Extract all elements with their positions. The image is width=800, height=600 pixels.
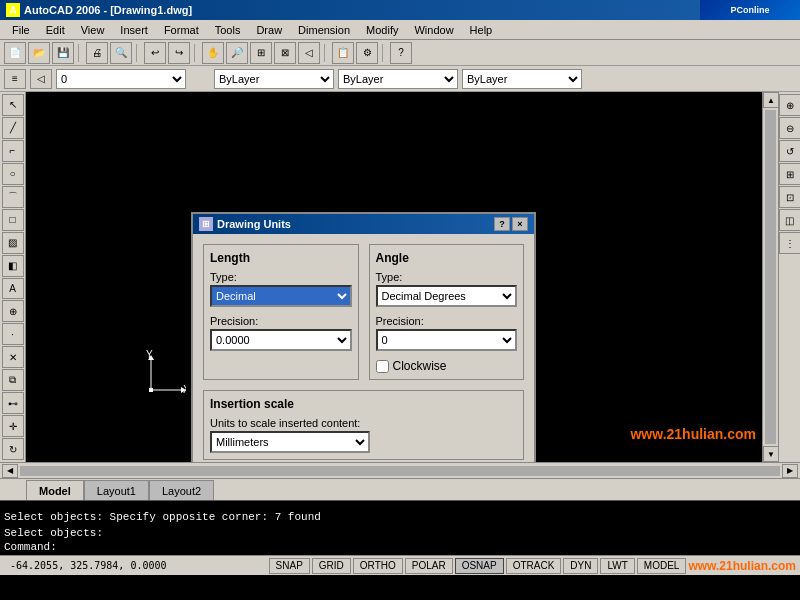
zoom-extents-button[interactable]: ⊠ (274, 42, 296, 64)
layer-select[interactable]: 0 (56, 69, 186, 89)
dialog-close-button[interactable]: × (512, 217, 528, 231)
menu-format[interactable]: Format (156, 20, 207, 39)
arc-tool[interactable]: ⌒ (2, 186, 24, 208)
right-tb-btn-5[interactable]: ⊡ (779, 186, 801, 208)
dialog-help-button[interactable]: ? (494, 217, 510, 231)
app-title: AutoCAD 2006 - [Drawing1.dwg] (24, 4, 192, 16)
menu-window[interactable]: Window (406, 20, 461, 39)
point-tool[interactable]: · (2, 323, 24, 345)
erase-tool[interactable]: ✕ (2, 346, 24, 368)
osnap-button[interactable]: OSNAP (455, 558, 504, 574)
model-button[interactable]: MODEL (637, 558, 687, 574)
tab-bar: Model Layout1 Layout2 (0, 478, 800, 500)
menu-view[interactable]: View (73, 20, 113, 39)
circle-tool[interactable]: ○ (2, 163, 24, 185)
right-tb-btn-1[interactable]: ⊕ (779, 94, 801, 116)
clockwise-label: Clockwise (393, 359, 447, 373)
snap-button[interactable]: SNAP (269, 558, 310, 574)
preview-button[interactable]: 🔍 (110, 42, 132, 64)
polar-button[interactable]: POLAR (405, 558, 453, 574)
angle-title: Angle (376, 251, 518, 265)
menu-draw[interactable]: Draw (248, 20, 290, 39)
layer-prev-button[interactable]: ◁ (30, 69, 52, 89)
right-tb-btn-6[interactable]: ◫ (779, 209, 801, 231)
line-tool[interactable]: ╱ (2, 117, 24, 139)
match-prop-button[interactable]: ⚙ (356, 42, 378, 64)
right-tb-btn-4[interactable]: ⊞ (779, 163, 801, 185)
right-tb-btn-7[interactable]: ⋮ (779, 232, 801, 254)
layer-manager-button[interactable]: ≡ (4, 69, 26, 89)
menu-edit[interactable]: Edit (38, 20, 73, 39)
rotate-tool[interactable]: ↻ (2, 438, 24, 460)
length-precision-select[interactable]: 0.0000 0 0.0 0.00 0.000 (210, 329, 352, 351)
menu-modify[interactable]: Modify (358, 20, 406, 39)
length-precision-label: Precision: (210, 315, 352, 327)
menu-help[interactable]: Help (462, 20, 501, 39)
color-select[interactable]: ByLayer (214, 69, 334, 89)
text-tool[interactable]: A (2, 278, 24, 300)
length-type-select[interactable]: Decimal Architectural Engineering Fracti… (210, 285, 352, 307)
bottom-scrollbar[interactable]: ◀ ▶ (0, 462, 800, 478)
hatch-tool[interactable]: ▨ (2, 232, 24, 254)
title-bar: A AutoCAD 2006 - [Drawing1.dwg] PConline… (0, 0, 800, 20)
dyn-button[interactable]: DYN (563, 558, 598, 574)
angle-precision-select[interactable]: 0 0.0 0.00 (376, 329, 518, 351)
redo-button[interactable]: ↪ (168, 42, 190, 64)
angle-precision-group: Precision: 0 0.0 0.00 (376, 315, 518, 351)
menu-tools[interactable]: Tools (207, 20, 249, 39)
angle-type-select[interactable]: Decimal Degrees Deg/Min/Sec Grads Radian… (376, 285, 518, 307)
tab-layout2[interactable]: Layout2 (149, 480, 214, 500)
menu-file[interactable]: File (4, 20, 38, 39)
command-area: Select objects: Specify opposite corner:… (0, 500, 800, 555)
otrack-button[interactable]: OTRACK (506, 558, 562, 574)
polyline-tool[interactable]: ⌐ (2, 140, 24, 162)
drawing-units-dialog: ⊞ Drawing Units ? × Length Type: (191, 212, 536, 462)
lineweight-select[interactable]: ByLayer (462, 69, 582, 89)
move-tool[interactable]: ✛ (2, 415, 24, 437)
menu-bar: File Edit View Insert Format Tools Draw … (0, 20, 800, 40)
mirror-tool[interactable]: ⊷ (2, 392, 24, 414)
watermark-top: PConline (700, 0, 800, 20)
new-button[interactable]: 📄 (4, 42, 26, 64)
sep-5 (382, 44, 386, 62)
tab-layout1[interactable]: Layout1 (84, 480, 149, 500)
copy-tool[interactable]: ⧉ (2, 369, 24, 391)
canvas-area[interactable]: X Y ⊞ Drawing Units ? × (26, 92, 778, 462)
save-button[interactable]: 💾 (52, 42, 74, 64)
cursor-tool[interactable]: ↖ (2, 94, 24, 116)
open-button[interactable]: 📂 (28, 42, 50, 64)
undo-button[interactable]: ↩ (144, 42, 166, 64)
insertion-units-label: Units to scale inserted content: (210, 417, 517, 429)
command-input-line[interactable]: Command: (4, 541, 796, 553)
dialog-title-bar[interactable]: ⊞ Drawing Units ? × (193, 214, 534, 234)
scroll-right-arrow[interactable]: ▶ (782, 464, 798, 478)
print-button[interactable]: 🖨 (86, 42, 108, 64)
zoom-button[interactable]: 🔎 (226, 42, 248, 64)
clockwise-checkbox[interactable] (376, 360, 389, 373)
insert-block-tool[interactable]: ⊕ (2, 300, 24, 322)
toolbar-1: 📄 📂 💾 🖨 🔍 ↩ ↪ ✋ 🔎 ⊞ ⊠ ◁ 📋 ⚙ ? (0, 40, 800, 66)
zoom-window-button[interactable]: ⊞ (250, 42, 272, 64)
right-tb-btn-3[interactable]: ↺ (779, 140, 801, 162)
zoom-prev-button[interactable]: ◁ (298, 42, 320, 64)
app-icon: A (6, 3, 20, 17)
scroll-left-arrow[interactable]: ◀ (2, 464, 18, 478)
insertion-units-select[interactable]: Millimeters Inches Feet Centimeters Mete… (210, 431, 370, 453)
properties-button[interactable]: 📋 (332, 42, 354, 64)
right-tb-btn-2[interactable]: ⊖ (779, 117, 801, 139)
tab-model[interactable]: Model (26, 480, 84, 500)
scroll-h-thumb (20, 466, 780, 476)
dialog-controls[interactable]: ? × (494, 217, 528, 231)
rectangle-tool[interactable]: □ (2, 209, 24, 231)
pan-button[interactable]: ✋ (202, 42, 224, 64)
lwt-button[interactable]: LWT (600, 558, 634, 574)
command-input[interactable] (57, 541, 796, 553)
grid-button[interactable]: GRID (312, 558, 351, 574)
linetype-select[interactable]: ByLayer (338, 69, 458, 89)
menu-insert[interactable]: Insert (112, 20, 156, 39)
region-tool[interactable]: ◧ (2, 255, 24, 277)
help-button[interactable]: ? (390, 42, 412, 64)
ortho-button[interactable]: ORTHO (353, 558, 403, 574)
right-toolbar: ⊕ ⊖ ↺ ⊞ ⊡ ◫ ⋮ (778, 92, 800, 462)
menu-dimension[interactable]: Dimension (290, 20, 358, 39)
